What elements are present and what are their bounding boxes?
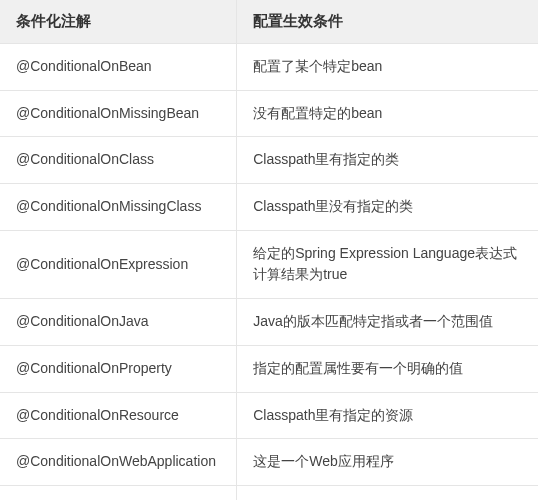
cell-condition: 这是一个Web应用程序 [237,439,538,486]
table-row: @ConditionalOnProperty 指定的配置属性要有一个明确的值 [0,345,538,392]
cell-annotation: @ConditionalOnBean [0,44,237,91]
table-row: @ConditionalOnMissingClass Classpath里没有指… [0,184,538,231]
header-condition: 配置生效条件 [237,0,538,44]
cell-condition: 配置了某个特定bean [237,44,538,91]
cell-condition: 这不是一个Web应用程序 [237,485,538,500]
cell-annotation: @ConditionalOnMissingClass [0,184,237,231]
cell-condition: Classpath里有指定的资源 [237,392,538,439]
table-row: @ConditionalOnMissingBean 没有配置特定的bean [0,90,538,137]
cell-annotation: @ConditionalOnClass [0,137,237,184]
table-row: @ConditionalOnBean 配置了某个特定bean [0,44,538,91]
table-row: @ConditionalOnExpression 给定的Spring Expre… [0,230,538,298]
cell-condition: Classpath里有指定的类 [237,137,538,184]
cell-annotation: @ConditionalOnExpression [0,230,237,298]
table-row: @ConditionalOnJava Java的版本匹配特定指或者一个范围值 [0,299,538,346]
cell-annotation: @ConditionalOnMissingBean [0,90,237,137]
cell-annotation: @ConditionalOnResource [0,392,237,439]
cell-annotation: @ConditionalOnJava [0,299,237,346]
cell-condition: 给定的Spring Expression Language表达式计算结果为tru… [237,230,538,298]
table-row: @ConditionalOnResource Classpath里有指定的资源 [0,392,538,439]
cell-condition: 指定的配置属性要有一个明确的值 [237,345,538,392]
cell-condition: Java的版本匹配特定指或者一个范围值 [237,299,538,346]
table-row: @ConditionalOnWebApplication 这是一个Web应用程序 [0,439,538,486]
cell-annotation: @ConditionalOnWebApplication [0,439,237,486]
cell-annotation: @ConditionalOnProperty [0,345,237,392]
conditional-annotations-table: 条件化注解 配置生效条件 @ConditionalOnBean 配置了某个特定b… [0,0,538,500]
cell-annotation: @ConditionalOnNotWebApplication [0,485,237,500]
table-row: @ConditionalOnClass Classpath里有指定的类 [0,137,538,184]
header-annotation: 条件化注解 [0,0,237,44]
cell-condition: Classpath里没有指定的类 [237,184,538,231]
table-row: @ConditionalOnNotWebApplication 这不是一个Web… [0,485,538,500]
cell-condition: 没有配置特定的bean [237,90,538,137]
table-header-row: 条件化注解 配置生效条件 [0,0,538,44]
